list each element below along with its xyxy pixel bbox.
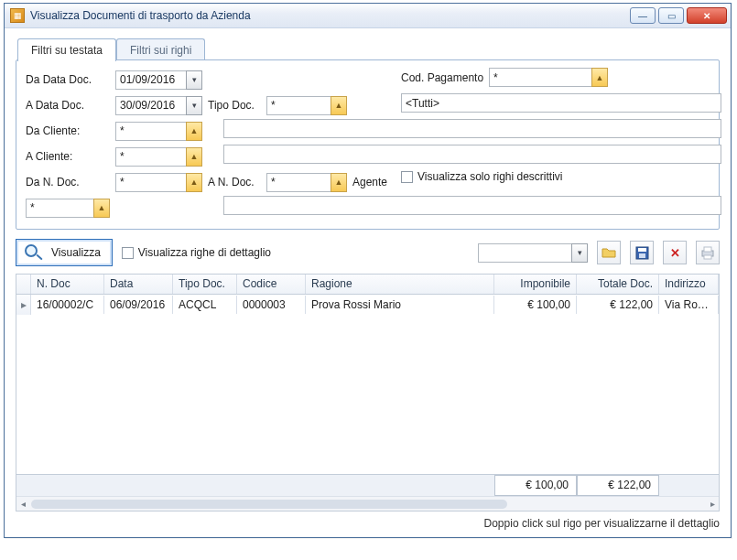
grid-header: N. Doc Data Tipo Doc. Codice Ragione Imp… (16, 275, 719, 295)
print-button[interactable] (696, 241, 720, 264)
filter-panel: Da Data Doc. 01/09/2016 ▾ Cod. Pagamento… (16, 59, 720, 230)
col-ragione[interactable]: Ragione (306, 275, 494, 294)
visualizza-button[interactable]: Visualizza (16, 239, 113, 266)
sum-totale: € 122,00 (577, 475, 659, 496)
tab-filtri-righi[interactable]: Filtri sui righi (116, 38, 205, 61)
tab-filtri-testata[interactable]: Filtri su testata (17, 38, 116, 61)
da-cliente-label: Da Cliente: (26, 124, 110, 137)
printer-icon (700, 246, 715, 260)
sum-imponibile: € 100,00 (494, 475, 577, 496)
visualizza-button-label: Visualizza (51, 246, 101, 259)
row-indicator-icon: ▸ (16, 295, 31, 315)
scroll-right-icon[interactable]: ▸ (706, 499, 719, 509)
da-cliente-input[interactable]: * (115, 122, 186, 141)
action-bar: Visualizza Visualizza righe di dettaglio… (16, 239, 720, 266)
lookup-icon[interactable]: ▲ (591, 68, 608, 87)
a-cliente-input[interactable]: * (115, 147, 186, 167)
da-n-doc-label: Da N. Doc. (26, 176, 110, 188)
open-folder-button[interactable] (597, 241, 621, 264)
save-button[interactable] (630, 241, 654, 264)
titlebar: ▦ Visualizza Documenti di trasporto da A… (5, 4, 731, 28)
cell-totale: € 122,00 (577, 296, 659, 314)
window: ▦ Visualizza Documenti di trasporto da A… (4, 3, 732, 538)
tabs: Filtri su testata Filtri sui righi (17, 38, 720, 60)
minimize-button[interactable]: — (630, 7, 656, 24)
da-data-value[interactable]: 01/09/2016 (115, 70, 186, 90)
col-codice[interactable]: Codice (237, 275, 306, 294)
a-cliente-label: A Cliente: (26, 150, 110, 163)
agente-name-input[interactable] (223, 196, 721, 215)
delete-button[interactable]: ✕ (663, 241, 687, 264)
visualizza-descrittivi-checkbox[interactable] (401, 171, 413, 183)
export-combo-value[interactable] (478, 243, 571, 263)
grid-body[interactable]: ▸ 16/00002/C 06/09/2016 ACQCL 0000003 Pr… (16, 295, 719, 474)
cell-codice: 0000003 (237, 296, 306, 314)
cell-imponibile: € 100,00 (494, 296, 577, 314)
col-ndoc[interactable]: N. Doc (31, 275, 104, 294)
chevron-down-icon[interactable]: ▾ (186, 70, 202, 90)
da-data-label: Da Data Doc. (26, 73, 110, 86)
a-data-label: A Data Doc. (26, 99, 110, 112)
tipo-doc-text[interactable]: <Tutti> (401, 93, 721, 113)
lookup-icon[interactable]: ▲ (186, 173, 202, 192)
export-combo[interactable]: ▾ (478, 243, 588, 263)
lookup-icon[interactable]: ▲ (331, 173, 347, 192)
cell-tipo: ACQCL (173, 296, 237, 314)
tipo-doc-input[interactable]: * (266, 96, 331, 115)
col-indirizzo[interactable]: Indirizzo (659, 275, 719, 294)
cod-pagamento-input[interactable]: * (489, 68, 591, 87)
row-handle-header (16, 275, 31, 294)
visualizza-dettaglio-checkbox[interactable] (122, 247, 134, 259)
svg-rect-2 (639, 253, 645, 258)
col-tipo[interactable]: Tipo Doc. (173, 275, 237, 294)
cell-ndoc: 16/00002/C (31, 296, 104, 314)
visualizza-dettaglio-label: Visualizza righe di dettaglio (138, 246, 271, 259)
cod-pagamento-label: Cod. Pagamento (401, 71, 483, 84)
agente-input[interactable]: * (26, 199, 93, 218)
chevron-down-icon[interactable]: ▾ (186, 96, 202, 115)
cell-data: 06/09/2016 (104, 296, 173, 314)
svg-rect-4 (704, 247, 711, 252)
folder-open-icon (602, 246, 616, 259)
da-cliente-name-input[interactable] (223, 119, 721, 138)
da-n-doc-input[interactable]: * (115, 173, 186, 192)
scrollbar-thumb[interactable] (31, 500, 507, 509)
horizontal-scrollbar[interactable]: ◂ ▸ (16, 496, 719, 511)
cross-icon: ✕ (670, 246, 680, 260)
da-data-combo[interactable]: 01/09/2016 ▾ (115, 70, 202, 90)
cell-ragione: Prova Rossi Mario (306, 296, 494, 314)
search-icon (24, 243, 46, 262)
visualizza-descrittivi-label: Visualizza solo righi descrittivi (417, 170, 563, 183)
footer-hint: Doppio click sul rigo per visualizzarne … (16, 517, 720, 530)
col-totale[interactable]: Totale Doc. (577, 275, 659, 294)
app-icon: ▦ (10, 8, 25, 23)
a-n-doc-input[interactable]: * (266, 173, 331, 192)
chevron-down-icon[interactable]: ▾ (571, 243, 588, 263)
maximize-button[interactable]: ▭ (658, 7, 684, 24)
a-data-value[interactable]: 30/09/2016 (115, 96, 186, 115)
svg-rect-1 (638, 248, 646, 252)
lookup-icon[interactable]: ▲ (331, 96, 347, 115)
table-row[interactable]: ▸ 16/00002/C 06/09/2016 ACQCL 0000003 Pr… (16, 295, 719, 315)
a-cliente-name-input[interactable] (223, 145, 721, 164)
summary-row: € 100,00 € 122,00 (16, 474, 719, 496)
lookup-icon[interactable]: ▲ (186, 147, 202, 167)
floppy-disk-icon (635, 246, 649, 260)
lookup-icon[interactable]: ▲ (186, 122, 202, 141)
lookup-icon[interactable]: ▲ (93, 199, 110, 218)
col-imponibile[interactable]: Imponibile (494, 275, 577, 294)
a-n-doc-label: A N. Doc. (208, 176, 261, 188)
tipo-doc-label: Tipo Doc. (208, 99, 255, 112)
results-grid: N. Doc Data Tipo Doc. Codice Ragione Imp… (16, 274, 720, 512)
a-data-combo[interactable]: 30/09/2016 ▾ (115, 96, 202, 115)
window-title: Visualizza Documenti di trasporto da Azi… (30, 9, 630, 22)
scroll-left-icon[interactable]: ◂ (16, 499, 29, 509)
cell-indirizzo: Via Roma (659, 296, 719, 314)
col-data[interactable]: Data (104, 275, 173, 294)
svg-rect-5 (704, 255, 711, 259)
close-button[interactable]: ✕ (687, 7, 727, 24)
